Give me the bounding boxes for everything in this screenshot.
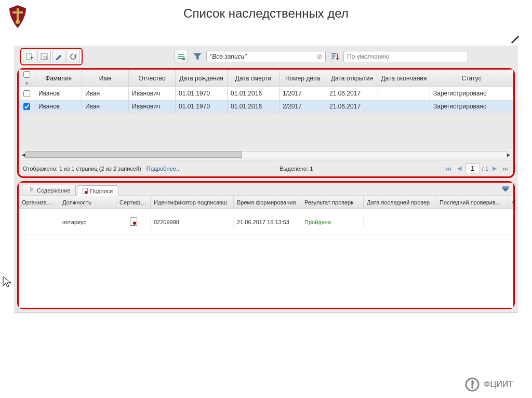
dh-cert[interactable]: Сертифика [116, 196, 151, 209]
page-title: Список наследственных дел [0, 0, 532, 25]
tab-signatures-label: Подписи [90, 188, 113, 194]
cell-dr: 01.01.1970 [176, 87, 228, 100]
cell-status: Зарегистрировано [430, 87, 513, 100]
tab-content-label: Содержание [37, 187, 70, 194]
tab-signatures[interactable]: Подписи [77, 185, 118, 196]
col-header-deathdate[interactable]: Дата смерти [228, 70, 280, 87]
detail-row[interactable]: нотариус 02209998 21.06.2017 16:13:53 Пр… [19, 209, 513, 235]
svg-rect-10 [502, 186, 509, 187]
scroll-right-icon[interactable]: ▸ [507, 151, 510, 158]
dh-dlast[interactable]: Дата последней провер [364, 196, 436, 209]
svg-rect-0 [17, 8, 19, 21]
dh-res[interactable]: Результат проверк [301, 196, 364, 209]
dc-result: Пройдена [301, 216, 364, 228]
view-mode-button[interactable] [175, 50, 188, 63]
content-tab-icon [28, 187, 35, 194]
toolbar: "Все записи" ⊘ По умолчанию [15, 46, 517, 67]
grid-header: Фамилия Имя Отчество Дата рождения Дата … [19, 70, 513, 87]
cell-nd: 1/2017 [280, 87, 326, 100]
svg-point-9 [182, 58, 185, 60]
cell-dr: 01.01.1970 [176, 100, 228, 113]
pager-next-icon[interactable]: ▶ [490, 165, 499, 172]
filter-label: "Все записи" [210, 53, 247, 60]
cell-ds: 01.01.2016 [228, 87, 280, 100]
col-header-open-date[interactable]: Дата открытия [326, 70, 378, 87]
dh-org[interactable]: Организация [19, 196, 59, 209]
cell-familia: Иванов [35, 100, 82, 113]
footer-selected-text: Выделено: 1 [280, 166, 313, 172]
table-row[interactable]: Иванов Иван Иванович 01.01.1970 01.01.20… [19, 87, 513, 100]
filter-select[interactable]: "Все записи" ⊘ [206, 51, 326, 62]
sort-icon [330, 52, 339, 61]
dc-cert[interactable] [116, 214, 151, 230]
svg-rect-1 [12, 11, 23, 13]
sort-select[interactable]: По умолчанию [343, 51, 468, 62]
footer-more-link[interactable]: Подробнее... [147, 166, 181, 172]
filter-icon [193, 52, 202, 61]
grid-footer: Отображено: 1 из 1 страниц (2 из 2 запис… [19, 160, 513, 176]
dh-err[interactable]: Оши [509, 196, 516, 209]
main-grid-outline: Фамилия Имя Отчество Дата рождения Дата … [17, 68, 515, 178]
table-row[interactable]: Иванов Иван Иванович 01.01.1970 01.01.20… [19, 100, 513, 113]
detail-grid: Организация Должность Сертифика Идентифи… [19, 196, 513, 308]
row-checkbox[interactable] [23, 90, 30, 97]
select-all-checkbox[interactable] [23, 71, 30, 78]
pager-first-icon[interactable]: ⏮ [445, 166, 453, 172]
main-grid: Фамилия Имя Отчество Дата рождения Дата … [19, 70, 513, 176]
svg-rect-6 [178, 54, 184, 55]
edit-button[interactable] [52, 50, 65, 63]
main-panel: "Все записи" ⊘ По умолчанию Фамилия Имя … [15, 46, 517, 313]
filter-column-icon[interactable] [25, 79, 28, 87]
col-header-close-date[interactable]: Дата окончания [378, 70, 430, 87]
detail-tabs: Содержание Подписи [19, 183, 513, 196]
svg-point-2 [16, 20, 20, 24]
filter-clear-icon[interactable]: ⊘ [317, 53, 322, 60]
detail-outline: Содержание Подписи Организация Должность… [17, 181, 515, 309]
col-header-familia[interactable]: Фамилия [35, 70, 82, 87]
cell-do: 21.06.2017 [326, 100, 378, 113]
cell-otch: Иванович [129, 87, 176, 100]
pager-total: / 1 [482, 166, 488, 172]
col-header-birthdate[interactable]: Дата рождения [176, 70, 228, 87]
view-button[interactable] [37, 50, 51, 63]
col-header-case-number[interactable]: Номер дела [280, 70, 326, 87]
cell-familia: Иванов [35, 87, 82, 100]
col-header-imya[interactable]: Имя [82, 70, 129, 87]
col-header-otchestvo[interactable]: Отчество [129, 70, 176, 87]
grid-header-checkbox[interactable] [19, 70, 35, 87]
dh-pos[interactable]: Должность [59, 196, 116, 209]
cell-status: Зарегистрировано [430, 100, 513, 113]
cell-ds: 01.01.2016 [228, 100, 280, 113]
certificate-icon[interactable] [130, 217, 137, 226]
dh-who[interactable]: Последний проверивший [436, 196, 509, 209]
horizontal-scrollbar[interactable]: ◂ ▸ [19, 149, 513, 160]
dh-time[interactable]: Время формирования [234, 196, 301, 209]
grid-body: Иванов Иван Иванович 01.01.1970 01.01.20… [19, 87, 513, 149]
dc-time: 21.06.2017 16:13:53 [234, 216, 301, 228]
cell-imya: Иван [82, 100, 129, 113]
sort-label: По умолчанию [347, 53, 389, 60]
toolbar-action-group [20, 48, 83, 65]
pager-prev-icon[interactable]: ◀ [455, 165, 463, 172]
pager-page-input[interactable] [466, 163, 480, 173]
dc-pos: нотариус [59, 216, 116, 228]
cell-dk [378, 87, 430, 100]
tab-content[interactable]: Содержание [22, 185, 76, 196]
app-logo [5, 4, 30, 29]
pager: ⏮ ◀ / 1 ▶ ⏭ [445, 163, 509, 173]
dh-id[interactable]: Идентификатор подписавш [151, 196, 234, 209]
panel-collapse-icon[interactable] [501, 185, 510, 194]
svg-rect-7 [178, 56, 184, 57]
dc-id: 02209998 [151, 216, 234, 228]
refresh-button[interactable] [66, 50, 80, 63]
scroll-thumb[interactable] [25, 152, 242, 158]
add-button[interactable] [23, 50, 36, 63]
col-header-status[interactable]: Статус [430, 70, 513, 87]
pager-last-icon[interactable]: ⏭ [501, 166, 509, 172]
cell-otch: Иванович [129, 100, 176, 113]
dc-dlast [364, 219, 436, 225]
detail-grid-header: Организация Должность Сертифика Идентифи… [19, 196, 513, 209]
svg-rect-3 [26, 53, 32, 60]
row-checkbox[interactable] [23, 103, 30, 110]
cursor-icon [2, 276, 12, 289]
